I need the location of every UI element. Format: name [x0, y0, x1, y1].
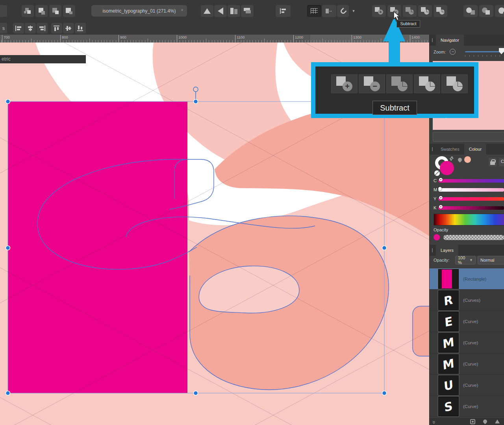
arrange-move-to-front-button[interactable] — [63, 5, 75, 17]
layer-thumbnail[interactable] — [438, 269, 459, 289]
magenta-rectangle[interactable] — [8, 102, 187, 393]
add-icon: + — [336, 76, 353, 91]
eyedropper-icon[interactable] — [457, 157, 463, 163]
colour-wheel-row: ⇄ C — [430, 155, 504, 176]
mask-layer-icon[interactable] — [470, 419, 475, 424]
layer-row[interactable]: M (Curve) — [430, 332, 504, 353]
yellow-slider-row: Y — [434, 196, 504, 202]
black-label: K — [434, 205, 438, 210]
callout-intersect-button[interactable] — [386, 74, 413, 93]
navigator-input-box[interactable] — [433, 132, 504, 142]
layer-thumbnail[interactable]: E — [438, 312, 459, 331]
letter-thumb-glyph: R — [443, 292, 453, 308]
align-top-button[interactable] — [51, 23, 62, 33]
ruler-tick-label: 800 — [60, 35, 68, 42]
no-colour-swatch[interactable] — [434, 170, 440, 176]
fill-colour-swatch[interactable] — [440, 161, 454, 175]
adjustment-layer-icon[interactable] — [482, 419, 488, 424]
picked-colour-swatch[interactable] — [464, 156, 471, 163]
align-right-button[interactable] — [37, 23, 48, 33]
align-middle-button[interactable] — [63, 23, 74, 33]
tab-colour[interactable]: Colour — [464, 144, 486, 155]
layer-thumbnail[interactable]: M — [438, 333, 459, 353]
zoom-out-icon[interactable]: − — [450, 49, 456, 55]
black-slider[interactable] — [438, 206, 504, 210]
layers-opacity-dropdown[interactable]: 100 % ▼ — [455, 256, 476, 264]
opacity-slider[interactable] — [443, 235, 504, 240]
partial-toolbar-button[interactable] — [0, 5, 7, 17]
yellow-slider[interactable] — [438, 197, 504, 201]
alignment-options-button[interactable] — [276, 5, 291, 17]
partial-label-button[interactable]: s — [0, 23, 7, 33]
geometry-front-button[interactable] — [463, 5, 478, 17]
snapping-dropdown-button[interactable]: ▼ — [350, 5, 358, 17]
tab-swatches[interactable]: Swatches — [436, 144, 464, 155]
panel-grip-icon[interactable] — [432, 147, 433, 151]
geometry-notch-button[interactable] — [495, 5, 504, 17]
panel-grip-icon[interactable] — [432, 248, 433, 252]
align-middle-icon — [65, 26, 72, 31]
mouse-cursor — [393, 11, 401, 21]
magenta-label: M — [434, 187, 438, 192]
flip-horizontal-button[interactable] — [201, 5, 213, 17]
subtract-icon: − — [363, 76, 381, 91]
scroll-to-selection-icon[interactable]: » — [431, 420, 438, 422]
align-center-button[interactable] — [25, 23, 36, 33]
layer-row[interactable]: M (Curve) — [430, 353, 504, 375]
arrange-forward-one-button[interactable] — [49, 5, 61, 17]
colour-spectrum-bar[interactable] — [434, 214, 504, 225]
align-right-icon — [39, 26, 45, 31]
artboard-label: etric — [0, 55, 86, 63]
callout-combine-button[interactable] — [441, 74, 468, 93]
black-slider-thumb[interactable] — [439, 205, 443, 209]
layer-thumbnail[interactable]: U — [438, 375, 459, 395]
flip-vertical-button[interactable] — [214, 5, 227, 17]
document-tab[interactable]: isometric_typography_01 (271.4%) * — [91, 5, 187, 17]
boolean-combine-button[interactable] — [434, 5, 447, 17]
align-top-icon — [54, 26, 60, 31]
layer-row[interactable]: U (Curve) — [430, 375, 504, 396]
tab-navigator[interactable]: Navigator — [436, 35, 464, 46]
ruler[interactable]: 70080090010001100120013001400 — [0, 35, 429, 42]
layer-row[interactable]: E (Curve) — [430, 311, 504, 332]
blend-mode-dropdown[interactable]: Normal — [478, 256, 504, 264]
magenta-slider-thumb[interactable] — [438, 187, 442, 190]
layer-thumbnail[interactable]: S — [438, 397, 459, 416]
layer-row[interactable]: R (Curves) — [430, 290, 504, 311]
show-grid-button[interactable] — [307, 5, 321, 17]
align-left-button[interactable] — [13, 23, 24, 33]
panel-grip-icon[interactable] — [432, 38, 433, 42]
callout-divide-button[interactable] — [414, 74, 440, 93]
vector-layer-icon[interactable] — [495, 419, 500, 423]
arrange-back-one-button[interactable] — [35, 5, 48, 17]
align-bottom-button[interactable] — [75, 23, 86, 33]
cyan-slider[interactable] — [438, 179, 504, 183]
geometry-back-button[interactable] — [479, 5, 493, 17]
layer-thumbnail[interactable]: R — [438, 290, 459, 310]
artboard-label-text: etric — [2, 56, 11, 62]
callout-add-button[interactable]: + — [331, 74, 358, 93]
magenta-slider[interactable] — [438, 188, 504, 192]
layer-thumbnail[interactable]: M — [438, 354, 459, 374]
callout-subtract-button[interactable]: − — [359, 74, 385, 93]
rotate-ccw-button[interactable] — [228, 5, 240, 17]
move-by-whole-pixels-button[interactable]: → — [322, 5, 336, 17]
layer-row[interactable]: S (Curve) — [430, 396, 504, 417]
boolean-divide-button[interactable] — [418, 5, 432, 17]
tab-layers[interactable]: Layers — [436, 245, 458, 256]
opacity-colour-dot — [434, 234, 440, 240]
layers-opacity-label: Opacity: — [434, 258, 449, 262]
flip-vertical-icon — [218, 7, 223, 15]
colour-mode-dropdown[interactable]: C — [499, 158, 504, 166]
colour-mode-label: C — [501, 159, 504, 164]
lock-button[interactable] — [489, 158, 497, 166]
layer-row[interactable]: (Rectangle) — [430, 268, 504, 290]
zoom-slider-track[interactable] — [465, 51, 504, 52]
arrange-move-to-back-button[interactable] — [22, 5, 34, 17]
snapping-button[interactable] — [337, 5, 349, 17]
yellow-slider-thumb[interactable] — [439, 196, 443, 200]
cyan-slider-thumb[interactable] — [439, 178, 443, 181]
rotate-cw-button[interactable] — [241, 5, 254, 17]
letter-thumb-glyph: M — [442, 356, 455, 372]
zoom-slider-thumb[interactable] — [499, 48, 504, 54]
